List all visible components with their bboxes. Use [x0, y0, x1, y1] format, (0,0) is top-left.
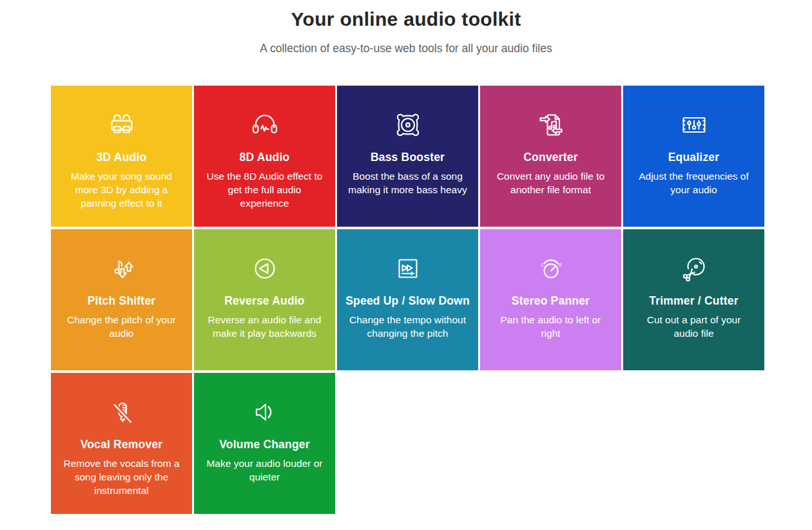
- tool-description: Boost the bass of a song making it more …: [348, 169, 467, 196]
- disc-scissors-icon: [679, 253, 710, 284]
- 3d-glasses-icon: [106, 109, 137, 140]
- tool-title: Volume Changer: [219, 438, 310, 451]
- svg-text:L: L: [541, 263, 543, 267]
- tool-description: Make your song sound more 3D by adding a…: [71, 169, 172, 210]
- tool-description: Remove the vocals from a song leaving on…: [63, 457, 179, 497]
- headphones-pulse-icon: [249, 109, 280, 140]
- mic-strikethrough-icon: [106, 397, 137, 428]
- tool-description: Pan the audio to left or right: [501, 313, 601, 340]
- tool-description: Change the pitch of your audio: [67, 313, 176, 340]
- tool-description: Change the tempo without changing the pi…: [349, 313, 466, 340]
- tool-title: Reverse Audio: [224, 294, 305, 308]
- tool-title: Speed Up / Slow Down: [345, 294, 470, 308]
- page-header: Your online audio toolkit A collection o…: [0, 0, 812, 55]
- fast-forward-icon: [392, 253, 423, 284]
- tool-card-speed-up-slow-down[interactable]: Speed Up / Slow Down Change the tempo wi…: [337, 229, 478, 370]
- tool-card-8d-audio[interactable]: 8D Audio Use the 8D Audio effect to get …: [194, 86, 335, 227]
- tool-description: Reverse an audio file and make it play b…: [208, 313, 322, 340]
- page-subtitle: A collection of easy-to-use web tools fo…: [0, 42, 812, 55]
- svg-text:R: R: [559, 263, 562, 267]
- tool-card-pitch-shifter[interactable]: Pitch Shifter Change the pitch of your a…: [51, 229, 192, 370]
- tool-card-bass-booster[interactable]: Bass Booster Boost the bass of a song ma…: [337, 86, 478, 227]
- file-convert-icon: [536, 109, 566, 140]
- tool-card-trimmer-cutter[interactable]: Trimmer / Cutter Cut out a part of your …: [623, 229, 764, 370]
- tool-card-converter[interactable]: Converter Convert any audio file to anot…: [480, 86, 621, 227]
- tool-description: Cut out a part of your audio file: [647, 313, 741, 340]
- note-up-down-icon: [106, 253, 137, 284]
- tool-title: Equalizer: [668, 151, 720, 164]
- tools-grid: 3D Audio Make your song sound more 3D by…: [51, 86, 764, 514]
- tool-title: 8D Audio: [240, 151, 290, 164]
- tool-title: Stereo Panner: [512, 294, 590, 308]
- tool-title: Pitch Shifter: [88, 294, 156, 308]
- tool-card-3d-audio[interactable]: 3D Audio Make your song sound more 3D by…: [51, 86, 192, 227]
- tool-title: Vocal Remover: [81, 438, 163, 451]
- tool-description: Adjust the frequencies of your audio: [639, 169, 749, 196]
- tool-title: 3D Audio: [97, 151, 147, 164]
- tool-description: Use the 8D Audio effect to get the full …: [207, 169, 323, 210]
- pan-knob-icon: L R: [536, 253, 566, 284]
- tool-title: Bass Booster: [371, 151, 445, 164]
- tool-description: Make your audio louder or quieter: [206, 457, 322, 484]
- subwoofer-speaker-icon: [392, 109, 423, 140]
- speaker-wave-icon: [249, 397, 280, 428]
- tool-title: Trimmer / Cutter: [649, 294, 738, 308]
- tool-title: Converter: [523, 151, 577, 164]
- tool-card-equalizer[interactable]: Equalizer Adjust the frequencies of your…: [623, 86, 764, 227]
- reverse-play-icon: [249, 253, 280, 284]
- tool-card-reverse-audio[interactable]: Reverse Audio Reverse an audio file and …: [194, 229, 335, 370]
- tool-card-stereo-panner[interactable]: L R Stereo Panner Pan the audio to left …: [480, 229, 621, 370]
- page-title: Your online audio toolkit: [0, 0, 812, 31]
- tool-description: Convert any audio file to another file f…: [497, 169, 604, 196]
- equalizer-sliders-icon: [679, 109, 710, 140]
- tool-card-volume-changer[interactable]: Volume Changer Make your audio louder or…: [194, 373, 335, 514]
- tool-card-vocal-remover[interactable]: Vocal Remover Remove the vocals from a s…: [51, 373, 192, 514]
